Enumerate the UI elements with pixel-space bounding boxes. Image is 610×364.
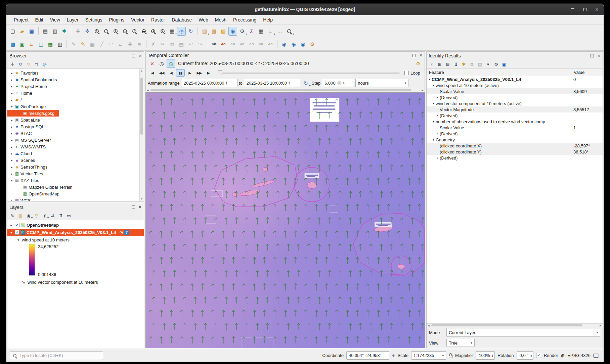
crs-label[interactable]: EPSG:4326 — [567, 353, 591, 358]
step-input[interactable]: 6,000 — [322, 79, 354, 87]
expand-arrow-icon[interactable]: ▸ — [9, 85, 14, 88]
identify-row[interactable]: ▾ CCMP_Wind_Analysis_20250325_V03.1_L4 0 — [427, 76, 603, 82]
temporal-controller-icon[interactable]: ◷ — [177, 27, 186, 36]
save-project-icon[interactable]: ▣ — [27, 27, 36, 36]
select-by-value-icon[interactable]: ▧ — [210, 27, 218, 36]
skip-to-start-button[interactable]: |◀ — [148, 69, 157, 77]
browser-item[interactable]: ▸ ★ Favorites — [7, 70, 144, 76]
browser-item[interactable]: ▦ Mapzen Global Terrain — [7, 184, 144, 190]
expand-arrow-icon[interactable]: ▸ — [435, 132, 440, 135]
browser-item[interactable]: ▸ ◈ STAC — [7, 130, 144, 137]
add-shape-icon[interactable]: ▱ — [116, 40, 125, 49]
render-checkbox[interactable] — [536, 353, 541, 358]
paste-features-icon[interactable]: ▤ — [177, 40, 186, 49]
identify-row[interactable]: ▸ (Derived) — [427, 155, 603, 161]
spinner-arrows-icon[interactable] — [530, 354, 532, 357]
menu-item[interactable]: Plugins — [105, 16, 128, 24]
play-backward-button[interactable]: ◀ — [167, 69, 175, 77]
scroll-down-icon[interactable]: ▼ — [140, 197, 144, 201]
expand-arrow-icon[interactable]: ▸ — [9, 132, 14, 135]
identify-row[interactable]: Scalar Value 8,5609 — [427, 88, 603, 94]
collapse-all-icon[interactable]: ⇈ — [33, 60, 40, 68]
identify-row[interactable]: ▸ (Derived) — [427, 112, 603, 119]
filter-browser-icon[interactable]: ▽ — [25, 60, 32, 68]
current-edits-icon[interactable]: ✎ — [69, 40, 78, 49]
legend-row-wind-speed[interactable]: wind speed at 10 meters — [7, 236, 144, 243]
layer-diagram-icon[interactable]: ab — [219, 40, 228, 49]
browser-item[interactable]: ▸ ▰ Project Home — [7, 83, 144, 90]
expand-arrow-icon[interactable]: ▸ — [9, 118, 14, 122]
add-selected-layers-icon[interactable]: ✚ — [9, 60, 16, 68]
expand-arrow-icon[interactable]: ▸ — [9, 138, 14, 142]
expand-arrow-icon[interactable] — [9, 223, 13, 227]
collapse-tree-icon[interactable]: ⊟ — [444, 60, 451, 68]
view-combo[interactable]: Tree — [446, 339, 475, 347]
properties-icon[interactable]: ◎ — [41, 60, 48, 68]
expand-arrow-icon[interactable]: ▸ — [435, 156, 440, 160]
clear-results-icon[interactable]: ✱ — [460, 60, 468, 68]
clear-icon[interactable] — [337, 81, 342, 85]
browser-item[interactable]: ▸ ☁ Cloud — [7, 150, 144, 157]
scale-combo[interactable]: 1:1742235 — [411, 351, 446, 360]
coordinate-input[interactable] — [346, 351, 389, 360]
menu-item[interactable]: Vector — [128, 16, 148, 24]
browser-item[interactable]: ▸ ▦ WCS — [7, 197, 144, 201]
menu-item[interactable]: Settings — [82, 16, 106, 24]
identify-row[interactable]: ▾ Geometry — [427, 137, 603, 143]
float-panel-icon[interactable] — [591, 54, 594, 57]
slider-handle[interactable] — [218, 70, 222, 75]
expand-arrow-icon[interactable]: ▸ — [9, 165, 14, 169]
geocoder-icon[interactable]: ◉ — [289, 40, 298, 49]
float-panel-icon[interactable] — [132, 206, 135, 209]
move-label-icon[interactable]: ab — [247, 40, 256, 49]
help-icon[interactable]: ▣ — [500, 60, 508, 68]
table-header[interactable]: Feature Value — [427, 69, 603, 76]
save-edits-icon[interactable]: ▣ — [88, 40, 97, 49]
modify-attributes-icon[interactable]: ≡ — [135, 40, 144, 49]
identify-row[interactable]: ▾ wind vector component at 10 meters (ac… — [427, 100, 603, 106]
close-button[interactable] — [594, 6, 600, 13]
zoom-in-icon[interactable]: + — [92, 27, 101, 36]
scroll-left-icon[interactable]: ◀ — [427, 324, 431, 327]
select-features-icon[interactable]: ▨ ▾ — [200, 27, 209, 36]
browser-item[interactable]: ▸ ⌂ Home — [7, 90, 144, 96]
range-end-input[interactable]: 2025-03-25 18:00:00 — [244, 79, 300, 87]
identify-row[interactable]: Scalar Value 1 — [427, 125, 603, 131]
statistics-icon[interactable]: Σ — [247, 27, 256, 36]
menu-item[interactable]: Layer — [63, 16, 82, 24]
step-forward-button[interactable]: ▶▶ — [195, 69, 204, 77]
expand-arrow-icon[interactable]: ▸ — [9, 172, 14, 176]
crs-globe-icon[interactable] — [561, 353, 565, 358]
redo-icon[interactable]: ↷ — [196, 40, 205, 49]
animated-range-icon[interactable]: ◷ — [167, 59, 175, 68]
expand-new-results-icon[interactable]: ⇊ — [452, 60, 460, 68]
zoom-to-layer-icon[interactable]: ▬ — [139, 27, 148, 36]
copy-feature-icon[interactable]: ⧉ — [468, 60, 476, 68]
layer-styling-icon[interactable]: ✎ — [9, 212, 16, 219]
browser-item[interactable]: ▸ ▤ MS SQL Server — [7, 137, 144, 143]
pin-labels-icon[interactable]: ab — [228, 40, 237, 49]
zoom-next-icon[interactable]: ▸ — [158, 27, 167, 36]
change-label-icon[interactable]: ab — [266, 40, 275, 49]
layer-notes-icon[interactable] — [124, 230, 129, 235]
identify-features-icon[interactable]: ◉ — [228, 27, 237, 36]
filter-expression-icon[interactable]: ƒ ▾ — [41, 212, 48, 219]
browser-item[interactable]: ▸ ◐ WMS/WMTS — [7, 143, 144, 150]
messages-icon[interactable] — [593, 354, 599, 358]
feature-actions-icon[interactable]: ⚙ ▾ — [238, 27, 247, 36]
print-response-icon[interactable]: ▤ — [476, 60, 484, 68]
menu-item[interactable]: Processing — [230, 16, 260, 24]
browser-item[interactable]: ▸ ▣ SpatiaLite — [7, 117, 144, 123]
expand-arrow-icon[interactable] — [9, 231, 13, 234]
highlight-pinned-labels-icon[interactable]: ab — [238, 40, 247, 49]
identify-row[interactable]: ▸ (Derived) — [427, 131, 603, 137]
expand-tree-icon[interactable]: ⊞ — [436, 60, 443, 68]
refresh-browser-icon[interactable]: ↻ — [17, 60, 24, 68]
value-column-header[interactable]: Value — [572, 69, 603, 76]
layer-checkbox[interactable] — [15, 230, 19, 235]
scroll-left-icon[interactable]: ◀ — [146, 88, 150, 92]
identify-row[interactable]: (clicked coordinate X) -28,597° — [427, 143, 603, 149]
identify-row[interactable]: ▾ number of observations used to derive … — [427, 119, 603, 125]
layer-row-openstreetmap[interactable]: OpenStreetMap — [7, 221, 144, 229]
manage-map-themes-icon[interactable]: ◉ ▾ — [25, 212, 32, 219]
